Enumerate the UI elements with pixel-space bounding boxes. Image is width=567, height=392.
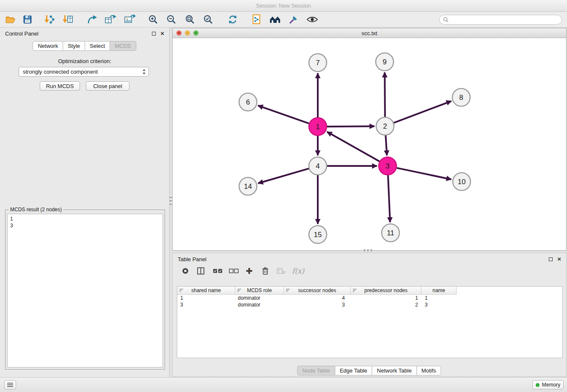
network-canvas[interactable]: 7968124314101511 [173, 38, 566, 250]
graph-edge-3-1[interactable] [327, 132, 380, 161]
import-network-button[interactable] [44, 14, 55, 25]
graph-node-label-3: 3 [385, 162, 389, 170]
toolbar-search-field[interactable] [439, 15, 562, 25]
column-header-predecessor-nodes[interactable]: predecessor nodes [351, 287, 421, 295]
run-mcds-button[interactable]: Run MCDS [40, 81, 80, 91]
delete-column-button[interactable] [261, 267, 269, 275]
apply-layout-button[interactable] [228, 14, 238, 25]
column-header-mcds-role[interactable]: MCDS role [235, 287, 284, 295]
export-image-icon [124, 14, 136, 25]
node-table: shared name MCDS role successor nodes pr… [177, 286, 563, 358]
chevron-updown-icon [142, 69, 146, 75]
network-graph[interactable]: 7968124314101511 [173, 38, 566, 250]
float-panel-icon[interactable] [152, 32, 156, 36]
tab-network-table[interactable]: Network Table [372, 366, 417, 375]
cell-successor-nodes: 3 [284, 301, 351, 308]
first-neighbors-button[interactable] [269, 15, 281, 24]
select-all-button[interactable] [213, 268, 223, 274]
column-label: predecessor nodes [364, 287, 407, 293]
minimize-window-icon[interactable]: − [185, 30, 190, 36]
tab-network[interactable]: Network [33, 41, 63, 51]
export-table-icon [105, 14, 116, 25]
first-neighbors-icon [269, 15, 281, 24]
search-input[interactable] [451, 15, 561, 24]
control-panel-title: Control Panel [5, 30, 39, 37]
tab-node-table[interactable]: Node Table [297, 366, 335, 375]
style-brush-icon [289, 14, 299, 25]
column-label: MCDS role [247, 287, 272, 293]
style-brush-button[interactable] [289, 14, 299, 25]
close-panel-icon[interactable]: × [160, 31, 164, 36]
cell-successor-nodes: 4 [284, 295, 351, 301]
open-folder-icon [5, 15, 16, 24]
add-column-button[interactable] [245, 267, 253, 275]
export-network-icon [87, 14, 98, 25]
graph-node-label-9: 9 [383, 58, 386, 66]
vertical-splitter-handle[interactable] [170, 195, 172, 206]
zoom-window-icon[interactable]: + [193, 30, 198, 36]
export-table-button[interactable] [105, 14, 116, 25]
column-attr-icon [352, 288, 357, 293]
network-window-titlebar[interactable]: × − + scc.txt [173, 28, 566, 38]
show-hide-details-button[interactable] [306, 15, 318, 24]
open-session-button[interactable] [5, 15, 16, 24]
control-panel: Control Panel × Network Style Select MCD… [0, 28, 170, 377]
graph-edge-4-14[interactable] [258, 168, 309, 183]
function-builder-button[interactable]: f(x) [292, 267, 304, 275]
zoom-out-button[interactable] [166, 14, 176, 25]
task-history-button[interactable] [4, 380, 16, 389]
float-table-panel-icon[interactable] [549, 257, 553, 261]
horizontal-splitter-handle[interactable] [362, 249, 373, 251]
table-settings-button[interactable] [181, 267, 190, 275]
column-header-shared-name[interactable]: shared name [177, 287, 235, 295]
graph-edge-1-6[interactable] [258, 105, 309, 123]
graph-edge-3-10[interactable] [397, 168, 451, 179]
cell-predecessor-nodes: 1 [351, 295, 421, 301]
close-table-panel-icon[interactable]: × [557, 257, 561, 261]
tab-edge-table[interactable]: Edge Table [335, 366, 372, 375]
column-visibility-button[interactable] [197, 267, 205, 275]
table-row[interactable]: 3 dominator 3 2 3 [177, 301, 457, 308]
graph-edge-2-8[interactable] [394, 101, 451, 123]
zoom-in-button[interactable] [148, 14, 158, 25]
tab-style[interactable]: Style [63, 41, 85, 51]
graph-node-label-1: 1 [316, 123, 319, 131]
deselect-all-button[interactable] [229, 268, 239, 274]
result-line: 3 [10, 222, 160, 229]
graph-edge-1-2[interactable] [327, 126, 374, 127]
deselect-all-icon [229, 268, 239, 274]
zoom-fit-button[interactable] [185, 14, 195, 25]
delete-table-button[interactable] [277, 268, 286, 274]
control-panel-tabs: Network Style Select MCDS [0, 41, 169, 51]
cell-mcds-role: dominator [235, 301, 284, 308]
optimization-criterion-select[interactable]: strongly connected component [19, 67, 149, 77]
column-header-successor-nodes[interactable]: successor nodes [284, 287, 351, 295]
cell-mcds-role: dominator [235, 295, 284, 301]
fx-icon: f(x) [292, 267, 304, 275]
columns-icon [197, 267, 205, 275]
save-floppy-icon [23, 15, 32, 24]
clone-network-button[interactable] [251, 14, 261, 25]
graph-node-label-14: 14 [244, 182, 252, 190]
tab-select[interactable]: Select [85, 41, 110, 51]
zoom-selected-button[interactable] [203, 14, 213, 25]
close-window-icon[interactable]: × [176, 30, 182, 36]
mcds-result-list[interactable]: 1 3 [7, 214, 163, 367]
graph-edge-2-3[interactable] [385, 135, 387, 155]
tab-motifs[interactable]: Motifs [416, 366, 441, 375]
app-titlebar: Session: New Session [0, 0, 567, 12]
import-table-button[interactable] [62, 14, 73, 25]
column-attr-icon [179, 288, 184, 293]
export-image-button[interactable] [124, 14, 136, 25]
graph-edge-2-9[interactable] [385, 72, 385, 117]
zoom-in-icon [148, 14, 158, 25]
export-network-button[interactable] [87, 14, 98, 25]
tab-mcds[interactable]: MCDS [110, 41, 136, 51]
graph-edge-3-11[interactable] [388, 175, 390, 222]
save-session-button[interactable] [23, 15, 32, 24]
graph-node-label-11: 11 [387, 229, 394, 237]
memory-button[interactable]: Memory [532, 380, 564, 389]
table-row[interactable]: 1 dominator 4 1 1 [177, 295, 457, 301]
close-panel-button[interactable]: Close panel [86, 81, 129, 91]
column-header-name[interactable]: name [421, 287, 457, 295]
